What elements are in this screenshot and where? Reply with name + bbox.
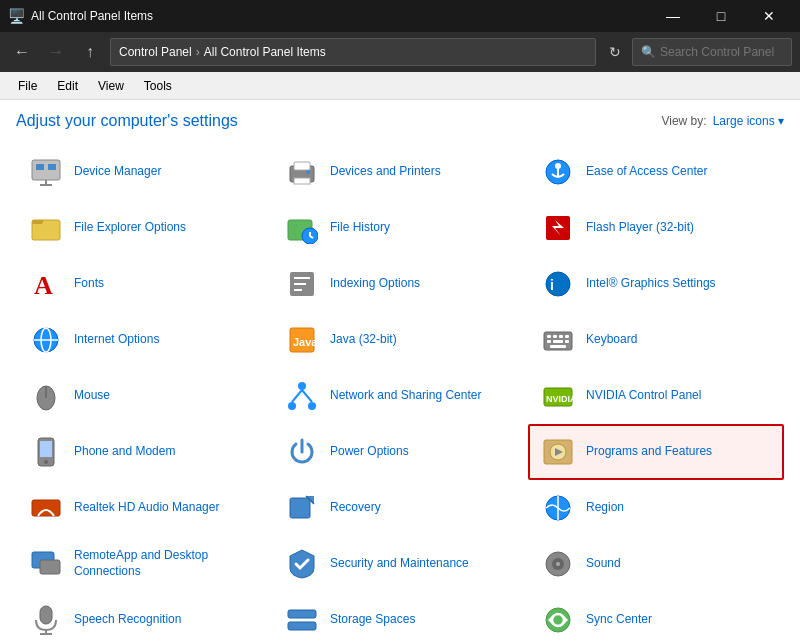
svg-rect-30 [547, 335, 551, 338]
grid-item-programs-features[interactable]: Programs and Features [528, 424, 784, 480]
grid-item-security[interactable]: Security and Maintenance [272, 536, 528, 592]
grid-item-power-options[interactable]: Power Options [272, 424, 528, 480]
back-button[interactable]: ← [8, 38, 36, 66]
svg-rect-2 [48, 164, 56, 170]
indexing-icon [284, 266, 320, 302]
grid-item-devices-printers[interactable]: Devices and Printers [272, 144, 528, 200]
forward-button[interactable]: → [42, 38, 70, 66]
up-button[interactable]: ↑ [76, 38, 104, 66]
grid-item-keyboard[interactable]: Keyboard [528, 312, 784, 368]
grid-item-device-manager[interactable]: Device Manager [16, 144, 272, 200]
grid-item-nvidia[interactable]: NVIDIANVIDIA Control Panel [528, 368, 784, 424]
close-button[interactable]: ✕ [746, 0, 792, 32]
grid-item-sync[interactable]: Sync Center [528, 592, 784, 642]
devices-printers-icon [284, 154, 320, 190]
grid-item-internet-options[interactable]: Internet Options [16, 312, 272, 368]
breadcrumb-control-panel: Control Panel [119, 45, 192, 59]
java-label: Java (32-bit) [330, 332, 397, 348]
programs-features-icon [540, 434, 576, 470]
minimize-button[interactable]: — [650, 0, 696, 32]
device-manager-label: Device Manager [74, 164, 161, 180]
storage-label: Storage Spaces [330, 612, 415, 628]
grid-item-region[interactable]: Region [528, 480, 784, 536]
security-icon [284, 546, 320, 582]
grid-item-ease-of-access[interactable]: Ease of Access Center [528, 144, 784, 200]
svg-line-43 [292, 390, 302, 402]
items-grid: Device ManagerDevices and PrintersEase o… [16, 144, 784, 642]
window-icon: 🖥️ [8, 8, 25, 24]
svg-point-62 [556, 562, 560, 566]
device-manager-icon [28, 154, 64, 190]
grid-item-fonts[interactable]: AFonts [16, 256, 272, 312]
grid-item-intel-graphics[interactable]: iIntel® Graphics Settings [528, 256, 784, 312]
view-by-label: View by: [661, 114, 706, 128]
phone-modem-icon [28, 434, 64, 470]
ease-of-access-icon [540, 154, 576, 190]
svg-rect-59 [40, 560, 60, 574]
grid-item-java[interactable]: JavaJava (32-bit) [272, 312, 528, 368]
grid-item-network-sharing[interactable]: Network and Sharing Center [272, 368, 528, 424]
address-path[interactable]: Control Panel › All Control Panel Items [110, 38, 596, 66]
indexing-label: Indexing Options [330, 276, 420, 292]
grid-item-phone-modem[interactable]: Phone and Modem [16, 424, 272, 480]
refresh-button[interactable]: ↻ [602, 39, 628, 65]
search-box[interactable]: 🔍 [632, 38, 792, 66]
grid-item-realtek[interactable]: Realtek HD Audio Manager [16, 480, 272, 536]
flash-player-label: Flash Player (32-bit) [586, 220, 694, 236]
svg-point-41 [288, 402, 296, 410]
search-input[interactable] [660, 45, 780, 59]
sync-label: Sync Center [586, 612, 652, 628]
menu-view[interactable]: View [88, 72, 134, 100]
sync-icon [540, 602, 576, 638]
grid-item-storage[interactable]: Storage Spaces [272, 592, 528, 642]
maximize-button[interactable]: □ [698, 0, 744, 32]
svg-point-8 [306, 170, 310, 174]
recovery-icon [284, 490, 320, 526]
svg-text:NVIDIA: NVIDIA [546, 394, 574, 404]
power-options-icon [284, 434, 320, 470]
region-icon [540, 490, 576, 526]
region-label: Region [586, 500, 624, 516]
svg-rect-4 [40, 184, 52, 186]
grid-item-indexing[interactable]: Indexing Options [272, 256, 528, 312]
svg-rect-66 [288, 610, 316, 618]
internet-options-icon [28, 322, 64, 358]
grid-item-file-history[interactable]: File History [272, 200, 528, 256]
svg-rect-7 [294, 178, 310, 184]
view-by-value[interactable]: Large icons ▾ [713, 114, 784, 128]
menu-edit[interactable]: Edit [47, 72, 88, 100]
menu-file[interactable]: File [8, 72, 47, 100]
svg-point-42 [308, 402, 316, 410]
menu-bar: File Edit View Tools [0, 72, 800, 100]
svg-rect-1 [36, 164, 44, 170]
svg-rect-31 [553, 335, 557, 338]
grid-item-speech[interactable]: Speech Recognition [16, 592, 272, 642]
network-sharing-icon [284, 378, 320, 414]
mouse-icon [28, 378, 64, 414]
sound-label: Sound [586, 556, 621, 572]
recovery-label: Recovery [330, 500, 381, 516]
grid-item-remoteapp[interactable]: RemoteApp and Desktop Connections [16, 536, 272, 592]
grid-item-file-explorer[interactable]: File Explorer Options [16, 200, 272, 256]
svg-point-40 [298, 382, 306, 390]
svg-text:Java: Java [293, 336, 318, 348]
menu-tools[interactable]: Tools [134, 72, 182, 100]
ease-of-access-label: Ease of Access Center [586, 164, 707, 180]
file-explorer-icon [28, 210, 64, 246]
svg-rect-32 [559, 335, 563, 338]
grid-item-flash-player[interactable]: Flash Player (32-bit) [528, 200, 784, 256]
grid-item-sound[interactable]: Sound [528, 536, 784, 592]
svg-rect-37 [550, 345, 566, 348]
title-bar: 🖥️ All Control Panel Items — □ ✕ [0, 0, 800, 32]
intel-graphics-icon: i [540, 266, 576, 302]
file-explorer-label: File Explorer Options [74, 220, 186, 236]
grid-item-mouse[interactable]: Mouse [16, 368, 272, 424]
svg-rect-6 [294, 162, 310, 170]
fonts-label: Fonts [74, 276, 104, 292]
grid-item-recovery[interactable]: Recovery [272, 480, 528, 536]
remoteapp-label: RemoteApp and Desktop Connections [74, 548, 260, 579]
nvidia-icon: NVIDIA [540, 378, 576, 414]
svg-point-49 [44, 460, 48, 464]
internet-options-label: Internet Options [74, 332, 159, 348]
svg-point-10 [555, 163, 561, 169]
